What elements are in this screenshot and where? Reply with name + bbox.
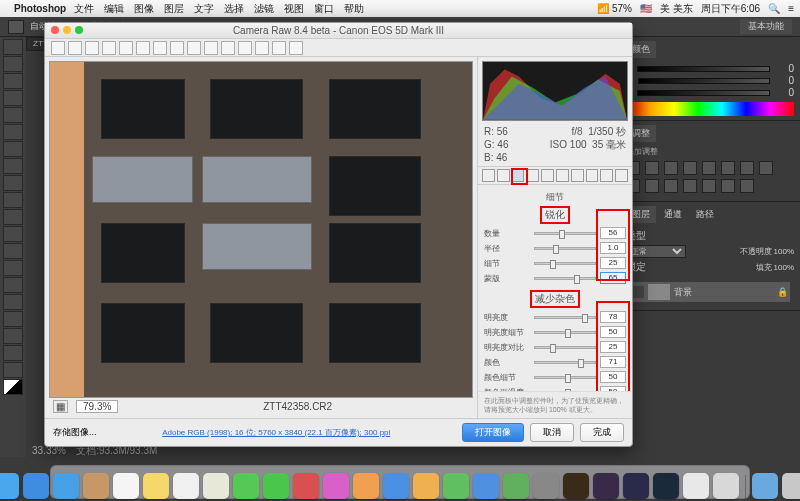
dock-safari[interactable] xyxy=(23,473,49,499)
cr-tool-graduated[interactable] xyxy=(221,41,235,55)
tab-split-toning[interactable] xyxy=(541,169,554,182)
menu-help[interactable]: 帮助 xyxy=(344,2,364,16)
layer-row[interactable]: 背景 🔒 xyxy=(630,282,790,302)
menu-window[interactable]: 窗口 xyxy=(314,2,334,16)
tool-brush[interactable] xyxy=(3,158,23,174)
tool-type[interactable] xyxy=(3,294,23,310)
noise-slider-0[interactable] xyxy=(534,316,596,319)
adj-exposure-icon[interactable] xyxy=(683,161,697,175)
cr-tool-whitebalance[interactable] xyxy=(85,41,99,55)
dock-notes[interactable] xyxy=(143,473,169,499)
layer-thumbnail[interactable] xyxy=(648,284,670,300)
tool-eraser[interactable] xyxy=(3,209,23,225)
adj-invert-icon[interactable] xyxy=(664,179,678,193)
workspace-selector[interactable]: 基本功能 xyxy=(740,19,792,34)
tool-crop[interactable] xyxy=(3,107,23,123)
adj-bw-icon[interactable] xyxy=(740,161,754,175)
adj-curves-icon[interactable] xyxy=(664,161,678,175)
r-value[interactable]: 0 xyxy=(774,63,794,74)
tool-gradient[interactable] xyxy=(3,226,23,242)
tab-basic[interactable] xyxy=(482,169,495,182)
tab-camera-cal[interactable] xyxy=(586,169,599,182)
cr-tool-adjust-brush[interactable] xyxy=(204,41,218,55)
blend-mode-select[interactable]: 正常 xyxy=(626,245,686,258)
dock-folder[interactable] xyxy=(752,473,778,499)
wifi-icon[interactable]: 📶 57% xyxy=(597,3,632,14)
menu-type[interactable]: 文字 xyxy=(194,2,214,16)
save-image-button[interactable]: 存储图像... xyxy=(53,426,97,439)
tab-snapshots[interactable] xyxy=(615,169,628,182)
histogram[interactable] xyxy=(482,61,628,121)
b-slider[interactable] xyxy=(637,90,770,96)
dock-ibooks[interactable] xyxy=(353,473,379,499)
menu-edit[interactable]: 编辑 xyxy=(104,2,124,16)
tool-shape[interactable] xyxy=(3,328,23,344)
dock-photoshop[interactable] xyxy=(653,473,679,499)
sharpen-value-3[interactable]: 65 xyxy=(600,272,626,284)
adj-posterize-icon[interactable] xyxy=(683,179,697,193)
sharpen-slider-2[interactable] xyxy=(534,262,596,265)
noise-value-3[interactable]: 71 xyxy=(600,356,626,368)
menu-filter[interactable]: 滤镜 xyxy=(254,2,274,16)
dock-appstore[interactable] xyxy=(383,473,409,499)
sharpen-value-1[interactable]: 1.0 xyxy=(600,242,626,254)
dock-calendar[interactable] xyxy=(113,473,139,499)
tool-path[interactable] xyxy=(3,311,23,327)
menu-view[interactable]: 视图 xyxy=(284,2,304,16)
cr-tool-redeye[interactable] xyxy=(187,41,201,55)
tab-lens[interactable] xyxy=(556,169,569,182)
minimize-button[interactable] xyxy=(63,26,71,34)
zoom-button[interactable] xyxy=(75,26,83,34)
noise-value-2[interactable]: 25 xyxy=(600,341,626,353)
cr-tool-targeted[interactable] xyxy=(119,41,133,55)
cr-tool-hand[interactable] xyxy=(68,41,82,55)
adj-selective-color-icon[interactable] xyxy=(740,179,754,193)
dock-premiere[interactable] xyxy=(623,473,649,499)
done-button[interactable]: 完成 xyxy=(580,423,624,442)
noise-slider-1[interactable] xyxy=(534,331,596,334)
dock-evernote[interactable] xyxy=(503,473,529,499)
dock-photobooth[interactable] xyxy=(293,473,319,499)
dialog-titlebar[interactable]: Camera Raw 8.4 beta - Canon EOS 5D Mark … xyxy=(45,23,632,39)
tool-stamp[interactable] xyxy=(3,175,23,191)
close-button[interactable] xyxy=(51,26,59,34)
adj-gradient-map-icon[interactable] xyxy=(721,179,735,193)
cr-tool-rotate-left[interactable] xyxy=(272,41,286,55)
tab-detail[interactable] xyxy=(512,169,525,182)
tool-lasso[interactable] xyxy=(3,73,23,89)
dock-mail[interactable] xyxy=(53,473,79,499)
noise-value-5[interactable]: 50 xyxy=(600,386,626,391)
spotlight-icon[interactable]: 🔍 xyxy=(768,3,780,14)
adj-threshold-icon[interactable] xyxy=(702,179,716,193)
r-slider[interactable] xyxy=(637,66,770,72)
menu-file[interactable]: 文件 xyxy=(74,2,94,16)
lock-icon[interactable]: 🔒 xyxy=(777,287,788,297)
preview-zoom-select[interactable]: 79.3% xyxy=(76,400,118,413)
tool-move[interactable] xyxy=(3,39,23,55)
cr-tool-rotate-right[interactable] xyxy=(289,41,303,55)
tool-fg-bg-swatch[interactable] xyxy=(3,379,23,395)
adj-photo-filter-icon[interactable] xyxy=(759,161,773,175)
adj-color-lookup-icon[interactable] xyxy=(645,179,659,193)
tool-wand[interactable] xyxy=(3,90,23,106)
adj-levels-icon[interactable] xyxy=(645,161,659,175)
image-preview[interactable] xyxy=(49,61,473,398)
cr-tool-radial[interactable] xyxy=(238,41,252,55)
noise-slider-4[interactable] xyxy=(534,376,596,379)
cr-tool-prefs[interactable] xyxy=(255,41,269,55)
tool-zoom[interactable] xyxy=(3,362,23,378)
tool-hand[interactable] xyxy=(3,345,23,361)
adj-hue-icon[interactable] xyxy=(721,161,735,175)
dock-textedit[interactable] xyxy=(683,473,709,499)
input-flag-icon[interactable]: 🇺🇸 xyxy=(640,3,652,14)
tool-history-brush[interactable] xyxy=(3,192,23,208)
channels-tab[interactable]: 通道 xyxy=(658,206,688,223)
dock-trash[interactable] xyxy=(782,473,801,499)
noise-slider-3[interactable] xyxy=(534,361,596,364)
noise-slider-2[interactable] xyxy=(534,346,596,349)
sharpen-slider-3[interactable] xyxy=(534,277,596,280)
cr-tool-color-sampler[interactable] xyxy=(102,41,116,55)
dock-after-effects[interactable] xyxy=(593,473,619,499)
menu-image[interactable]: 图像 xyxy=(134,2,154,16)
color-spectrum[interactable] xyxy=(626,102,794,116)
